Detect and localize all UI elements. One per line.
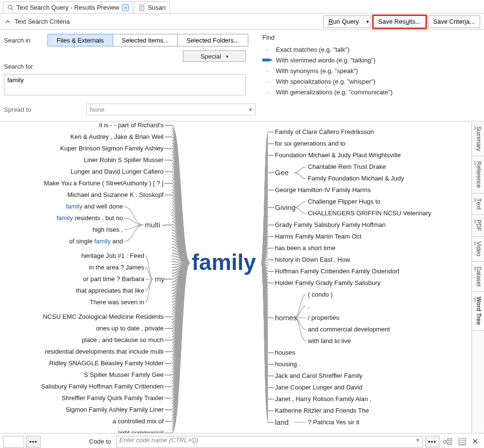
tab-results-preview[interactable]: Text Search Query - Results Preview × <box>3 1 133 13</box>
find-option[interactable]: With stemmed words (e.g. "talking") <box>262 55 480 65</box>
tree-leaf[interactable]: Ridley SNAGGLE Beasley Family Holder <box>49 359 164 367</box>
special-dropdown[interactable]: Special▾ <box>183 50 246 62</box>
tree-leaf[interactable]: place ; and because so much <box>82 336 164 343</box>
tree-leaf[interactable]: in the area ? James <box>89 264 144 271</box>
find-option[interactable]: -With specializations (e.g. "whisper") <box>262 76 480 87</box>
tree-leaf[interactable]: CHALLENGERS GRIFFIN NCSU Veterinary <box>308 209 431 217</box>
tree-leaf[interactable]: . <box>308 302 310 310</box>
tree-leaf[interactable]: has been a short time <box>275 244 335 252</box>
tree-leaf[interactable]: or part time ? Barbara <box>83 275 144 283</box>
side-tab-text[interactable]: Text <box>472 194 484 215</box>
find-option[interactable]: -Exact matches (e.g. "talk") <box>262 44 480 55</box>
tree-leaf[interactable]: Ken & Audrey , Jake & Brian Weil <box>70 133 164 140</box>
tab-susan[interactable]: Susan <box>134 1 170 13</box>
tree-leaf[interactable]: Liner Robin S Spiller Musser <box>84 156 164 164</box>
tree-leaf[interactable]: family and well done <box>66 203 123 210</box>
code-to-bar: ••• Code to Enter code name (CTRL+Q) •••… <box>0 433 484 448</box>
close-code-bar-button[interactable]: ✕ <box>469 436 481 448</box>
tree-leaf[interactable]: ? Patricia Yes sir it <box>308 418 359 426</box>
side-tab-video[interactable]: Video <box>472 237 484 262</box>
dash-icon: - <box>262 46 276 53</box>
tree-leaf[interactable]: / properties <box>308 314 339 321</box>
run-query-button[interactable]: Run Query ▾ <box>323 15 371 28</box>
tree-leaf[interactable]: light commercial <box>118 429 164 433</box>
stripes-icon[interactable] <box>456 436 469 448</box>
tree-branch-label[interactable]: homes <box>275 314 297 322</box>
tree-leaf[interactable]: Charitable Rem Trust Drake <box>308 163 386 170</box>
tree-leaf[interactable]: S Spiller Musser Family Gee <box>84 371 164 378</box>
spread-to-select[interactable]: None▾ <box>86 104 256 115</box>
search-in-files[interactable]: Files & Externals <box>47 34 113 46</box>
tree-leaf[interactable]: Family of Clare Cafiero Fredriksson <box>275 128 374 135</box>
document-tabstrip: Text Search Query - Results Preview × Su… <box>0 0 484 14</box>
code-scope-dropdown[interactable] <box>3 436 24 448</box>
tree-leaf[interactable]: Lunger and David Lunger Cafiero <box>71 168 164 175</box>
tree-leaf[interactable]: Salisbury Family Hoffman Family Crittend… <box>41 383 164 390</box>
search-for-input[interactable] <box>4 74 246 95</box>
tree-leaf[interactable]: heritage Job #1 : Feed <box>81 252 144 259</box>
tree-branch-label[interactable]: land <box>275 418 288 426</box>
tree-leaf[interactable]: Kuper Brinson Sigmon Family Ashley <box>60 145 164 152</box>
tree-leaf[interactable]: Grady Family Salisbury Family Hoffman <box>275 221 386 228</box>
code-picker-button[interactable]: ••• <box>425 436 439 448</box>
search-in-selected-folders[interactable]: Selected Folders... <box>177 34 248 46</box>
tree-leaf[interactable]: high rises , <box>92 226 123 233</box>
save-results-button[interactable]: Save Results... <box>373 15 426 28</box>
side-tab-reference[interactable]: Reference <box>472 156 484 193</box>
tree-leaf[interactable]: Katherine Ritzler and Friends The <box>275 407 369 414</box>
tree-leaf[interactable]: George Hamilton IV Family Harms <box>275 186 371 194</box>
tree-leaf[interactable]: housing . <box>275 360 301 368</box>
search-in-selected-items[interactable]: Selected Items... <box>113 34 178 46</box>
tree-leaf[interactable]: houses <box>275 349 295 356</box>
code-more-button[interactable]: ••• <box>26 436 41 448</box>
tree-leaf[interactable]: Holder Family Grady Family Salisbury <box>275 279 380 286</box>
tree-leaf[interactable]: with land to live <box>308 337 351 344</box>
collapse-toggle[interactable] <box>4 18 12 26</box>
tree-branch-label[interactable]: Gee <box>275 168 288 177</box>
tree-branch-label[interactable]: Giving <box>275 203 296 211</box>
tree-leaf[interactable]: of single family and <box>69 238 123 245</box>
tree-leaf[interactable]: Family Foundation Michael & Judy <box>308 175 404 182</box>
result-view-tabs: SummaryReferenceTextPDFVideoDatasetWord … <box>471 121 484 433</box>
tree-leaf[interactable]: Make You a Fortune ( StreetAuthority ) [… <box>44 179 164 187</box>
tree-leaf[interactable]: Hoffman Family Crittenden Family Ostendo… <box>275 268 399 275</box>
side-tab-summary[interactable]: Summary <box>472 121 484 156</box>
tree-leaf[interactable]: a controlled mix of <box>113 418 164 425</box>
tree-leaf[interactable]: ( condo ) <box>308 291 333 298</box>
side-tab-word-tree[interactable]: Word Tree <box>472 292 484 330</box>
tree-leaf[interactable]: There was seven in <box>90 299 144 306</box>
tree-leaf[interactable]: Shreffler Family Quirk Family Traxler <box>61 394 164 402</box>
save-criteria-button[interactable]: Save Criteria... <box>428 15 480 28</box>
tree-leaf[interactable]: Sigmon Family Ashley Family Liner <box>66 406 164 413</box>
tree-branch-label[interactable]: my <box>155 275 165 283</box>
code-to-label: Code to <box>89 438 111 445</box>
find-option[interactable]: -With generalizations (e.g. "communicate… <box>262 87 480 97</box>
find-option[interactable]: -With synonyms (e.g. "speak") <box>262 65 480 76</box>
word-tree-root[interactable]: family <box>192 249 256 275</box>
svg-rect-7 <box>448 439 452 441</box>
tree-leaf[interactable]: Janet , Harry Rolison Family Alan , <box>275 395 371 403</box>
tree-branch-label[interactable]: multi - <box>145 221 165 229</box>
tree-leaf[interactable]: Jane Cooper Lunger and David <box>275 384 363 391</box>
tree-leaf[interactable]: Jack and Carol Shreffler Family <box>275 372 363 379</box>
tree-leaf[interactable]: history in Down East . How <box>275 256 350 263</box>
tab-close-button[interactable]: × <box>122 4 129 11</box>
tree-leaf[interactable]: and commercial development <box>308 326 390 333</box>
tree-leaf[interactable]: that appreciates that like <box>76 287 144 294</box>
code-to-input[interactable]: Enter code name (CTRL+Q) <box>116 436 423 448</box>
tree-leaf[interactable]: Michael and Suzanne K . Stoskopf <box>67 191 164 198</box>
side-tab-pdf[interactable]: PDF <box>472 215 484 237</box>
tree-leaf[interactable]: for six generations and to <box>275 140 346 147</box>
side-tab-dataset[interactable]: Dataset <box>472 262 484 292</box>
tree-leaf[interactable]: Challenge Flipper Hugs to <box>308 198 380 205</box>
tree-leaf[interactable]: Foundation Michael & Judy Plaut Wrightsv… <box>275 151 401 159</box>
hierarchy-icon[interactable] <box>441 436 454 448</box>
tree-leaf[interactable]: Harms Family Martin Team Oct <box>275 233 362 240</box>
tree-leaf[interactable]: ones up to date , private <box>96 325 164 332</box>
tree-leaf[interactable]: it is - - part of Richard's <box>99 121 164 129</box>
tree-leaf[interactable]: NCSU EMC Zoological Medicine Residents <box>43 313 164 320</box>
dash-icon: - <box>262 89 276 96</box>
word-tree-canvas[interactable]: family it is - - part of Richard'sKen & … <box>0 121 471 433</box>
tree-leaf[interactable]: family residents , but no <box>57 214 123 222</box>
tree-leaf[interactable]: residential developments that include mu… <box>45 348 164 355</box>
